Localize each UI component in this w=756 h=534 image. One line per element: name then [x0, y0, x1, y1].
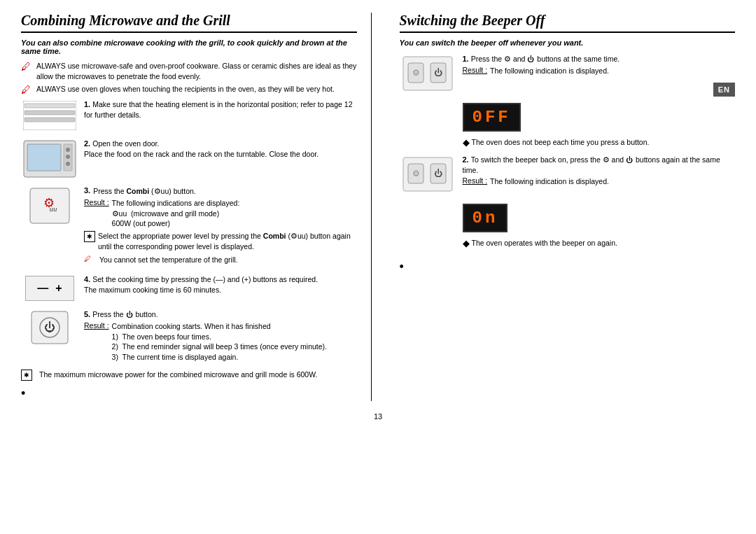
- step-3-result-label: Result :: [84, 198, 109, 229]
- step-3-row: ⚙ uu 3. Press the Combi (⚙uu) button. Re…: [21, 186, 357, 267]
- bullet-text-1: ALWAYS use microwave-safe and oven-proof…: [36, 61, 357, 81]
- right-title: Switching the Beeper Off: [400, 13, 736, 33]
- bullet-text-2: ALWAYS use oven gloves when touching the…: [36, 84, 335, 94]
- step-1-content: 1. Make sure that the heating element is…: [84, 99, 357, 120]
- svg-rect-5: [27, 144, 61, 171]
- bottom-note-text: The maximum microwave power for the comb…: [39, 370, 317, 380]
- right-step-1-number: 1.: [463, 55, 469, 63]
- beeper-buttons-svg: ⚙ ⏻: [402, 56, 453, 91]
- svg-point-9: [66, 162, 70, 166]
- step-2-subtext: Place the food on the rack and the rack …: [84, 150, 318, 158]
- bottom-note: ✱ The maximum microwave power for the co…: [21, 370, 357, 381]
- step-3-content: 3. Press the Combi (⚙uu) button. Result …: [84, 186, 357, 267]
- bullet-row-1: 🖊 ALWAYS use microwave-safe and oven-pro…: [21, 61, 357, 81]
- diamond-bullet-1: ◆: [463, 137, 470, 148]
- step-3-result-text: The following indications are displayed:…: [112, 198, 240, 229]
- step-4-row: — + 4. Set the cooking time by pressing …: [21, 274, 357, 302]
- step-1-number: 1.: [84, 100, 90, 108]
- svg-text:⏻: ⏻: [44, 321, 55, 333]
- right-step-1-result-label: Result :: [463, 66, 488, 76]
- svg-rect-0: [24, 111, 75, 115]
- left-subtitle: You can also combine microwave cooking w…: [21, 38, 357, 55]
- right-step-2-result-label: Result :: [463, 176, 488, 187]
- right-step-2-text: To switch the beeper back on, press the …: [463, 155, 720, 174]
- beeper-buttons-2-svg: ⚙ ⏻: [402, 157, 453, 192]
- heating-element-svg: [23, 101, 76, 130]
- step-4-content: 4. Set the cooking time by pressing the …: [84, 274, 357, 295]
- right-step-1-row: ⚙ ⏻ 1. Press the ⚙ and ⏻ buttons at the …: [400, 54, 736, 93]
- right-column: Switching the Beeper Off You can switch …: [393, 13, 736, 401]
- bottom-note-icon: ✱: [21, 370, 32, 381]
- diamond-row-on: ◆ The oven operates with the beeper on a…: [463, 238, 736, 248]
- svg-point-8: [66, 155, 70, 159]
- right-step-1-image: ⚙ ⏻: [400, 54, 456, 93]
- step-3-text: Press the Combi (⚙uu) button.: [93, 186, 196, 197]
- diamond-row-off: ◆ The oven does not beep each time you p…: [463, 137, 736, 148]
- bullet-icon-1: 🖊: [21, 61, 32, 72]
- svg-text:⏻: ⏻: [434, 169, 442, 178]
- right-step-2-content: 2. To switch the beeper back on, press t…: [463, 155, 736, 187]
- svg-point-7: [66, 148, 70, 152]
- right-step-2-image: ⚙ ⏻: [400, 155, 456, 194]
- step-5-result-text: Combination cooking starts. When it has …: [112, 321, 327, 363]
- step-2-text: Open the oven door.: [92, 139, 159, 148]
- bullet-icon-3: 🖊: [84, 255, 95, 262]
- step-4-text: Set the cooking time by pressing the (—)…: [92, 275, 318, 283]
- step-5-image: ⏻: [21, 309, 78, 346]
- diamond-bullet-2: ◆: [463, 238, 470, 248]
- start-button-svg: ⏻: [31, 311, 69, 344]
- step-2-row: 2. Open the oven door. Place the food on…: [21, 139, 357, 179]
- step-1-row: 1. Make sure that the heating element is…: [21, 99, 357, 132]
- display-on: 0n: [463, 204, 508, 232]
- svg-text:⚙: ⚙: [412, 169, 419, 178]
- page-number: 13: [21, 412, 735, 421]
- step-3-number: 3.: [84, 186, 90, 195]
- left-title: Combining Microwave and the Grill: [21, 13, 357, 33]
- svg-rect-2: [24, 104, 75, 108]
- step-5-result-row: Result : Combination cooking starts. Whe…: [84, 321, 357, 363]
- right-step-1-result: Result : The following indication is dis…: [463, 66, 736, 76]
- step-3-note-row: ✱ Select the appropriate power level by …: [84, 231, 357, 251]
- step-5-row: ⏻ 5. Press the ⏻ button. Result : Combin…: [21, 309, 357, 362]
- step-1-image: [21, 99, 78, 132]
- right-subtitle: You can switch the beeper off whenever y…: [400, 38, 736, 47]
- right-step-2-result-text: The following indication is displayed.: [490, 176, 609, 187]
- step-3-note-text: Select the appropriate power level by pr…: [98, 231, 357, 251]
- right-step-1-content: 1. Press the ⚙ and ⏻ buttons at the same…: [463, 54, 736, 76]
- step-4-image: — +: [21, 274, 78, 302]
- svg-text:⏻: ⏻: [434, 68, 442, 78]
- page-container: { "left": { "title": "Combining Microwav…: [0, 0, 756, 534]
- step-3-image: ⚙ uu: [21, 186, 78, 225]
- empty-bullet: •: [21, 386, 357, 401]
- step-3-bullet: 🖊 You cannot set the temperature of the …: [84, 255, 357, 265]
- svg-text:uu: uu: [50, 204, 58, 213]
- step-4-subtext: The maximum cooking time is 60 minutes.: [84, 286, 221, 294]
- step-1-text: Make sure that the heating element is in…: [84, 100, 352, 119]
- display-on-container: 0n: [463, 201, 736, 235]
- right-step-2-result: Result : The following indication is dis…: [463, 176, 736, 187]
- right-step-2-row: ⚙ ⏻ 2. To switch the beeper back on, pre…: [400, 155, 736, 194]
- step-3-bullet-text: You cannot set the temperature of the gr…: [99, 255, 238, 265]
- right-step-2-number: 2.: [463, 155, 469, 164]
- en-badge: EN: [713, 83, 735, 97]
- svg-rect-1: [24, 118, 75, 122]
- step-4-number: 4.: [84, 275, 90, 283]
- step-2-content: 2. Open the oven door. Place the food on…: [84, 139, 357, 159]
- combi-button-svg: ⚙ uu: [29, 188, 70, 224]
- plus-sign: +: [55, 282, 62, 295]
- display-off: 0FF: [463, 103, 521, 132]
- step-5-text: Press the ⏻ button.: [92, 310, 158, 318]
- minus-plus-image: — +: [25, 276, 74, 301]
- right-step-1-text: Press the ⚙ and ⏻ buttons at the same ti…: [471, 55, 620, 63]
- step-2-number: 2.: [84, 139, 90, 148]
- step-5-number: 5.: [84, 310, 90, 318]
- microwave-svg: [23, 140, 76, 178]
- right-bottom-bullet: •: [400, 260, 736, 274]
- note-on-text: The oven operates with the beeper on aga…: [472, 238, 617, 248]
- right-step-1-result-text: The following indication is displayed.: [490, 66, 609, 76]
- step-3-result-row: Result : The following indications are d…: [84, 198, 357, 229]
- step-2-image: [21, 139, 78, 179]
- note-icon-3: ✱: [84, 231, 95, 242]
- bullet-section: 🖊 ALWAYS use microwave-safe and oven-pro…: [21, 61, 357, 95]
- step-5-content: 5. Press the ⏻ button. Result : Combinat…: [84, 309, 357, 362]
